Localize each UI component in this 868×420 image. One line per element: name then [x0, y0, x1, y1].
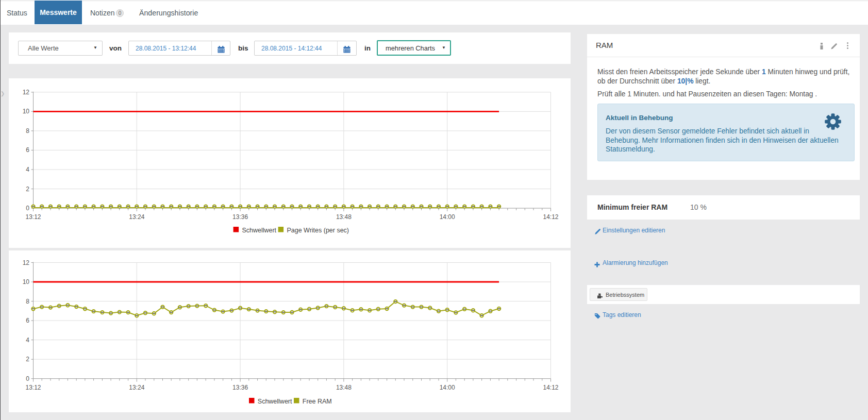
svg-text:4: 4 — [26, 166, 29, 173]
svg-text:4: 4 — [26, 337, 29, 344]
svg-text:Page Writes (per sec): Page Writes (per sec) — [287, 227, 349, 234]
svg-text:Schwellwert: Schwellwert — [242, 227, 276, 234]
svg-text:0: 0 — [26, 205, 29, 212]
svg-text:13:48: 13:48 — [336, 384, 352, 391]
svg-text:6: 6 — [26, 317, 29, 324]
svg-text:13:48: 13:48 — [336, 213, 352, 221]
svg-text:0: 0 — [26, 375, 29, 382]
svg-text:14:12: 14:12 — [543, 384, 558, 391]
svg-text:14:12: 14:12 — [543, 213, 558, 221]
svg-text:10: 10 — [23, 278, 30, 285]
svg-text:14:00: 14:00 — [440, 213, 455, 221]
svg-text:8: 8 — [26, 127, 29, 135]
svg-text:13:12: 13:12 — [25, 213, 41, 221]
svg-text:2: 2 — [26, 356, 29, 363]
svg-text:Free RAM: Free RAM — [303, 398, 332, 405]
svg-text:13:24: 13:24 — [129, 384, 144, 391]
svg-text:8: 8 — [26, 298, 29, 305]
svg-text:Schwellwert: Schwellwert — [258, 398, 292, 405]
svg-text:12: 12 — [23, 89, 30, 96]
svg-text:13:12: 13:12 — [25, 384, 41, 391]
svg-text:6: 6 — [26, 146, 29, 154]
svg-text:10: 10 — [23, 108, 30, 115]
svg-text:13:36: 13:36 — [232, 213, 248, 221]
svg-text:14:00: 14:00 — [440, 384, 455, 391]
svg-text:13:24: 13:24 — [129, 213, 144, 221]
svg-text:12: 12 — [23, 259, 30, 266]
svg-text:13:36: 13:36 — [232, 384, 248, 391]
svg-text:2: 2 — [26, 186, 29, 193]
